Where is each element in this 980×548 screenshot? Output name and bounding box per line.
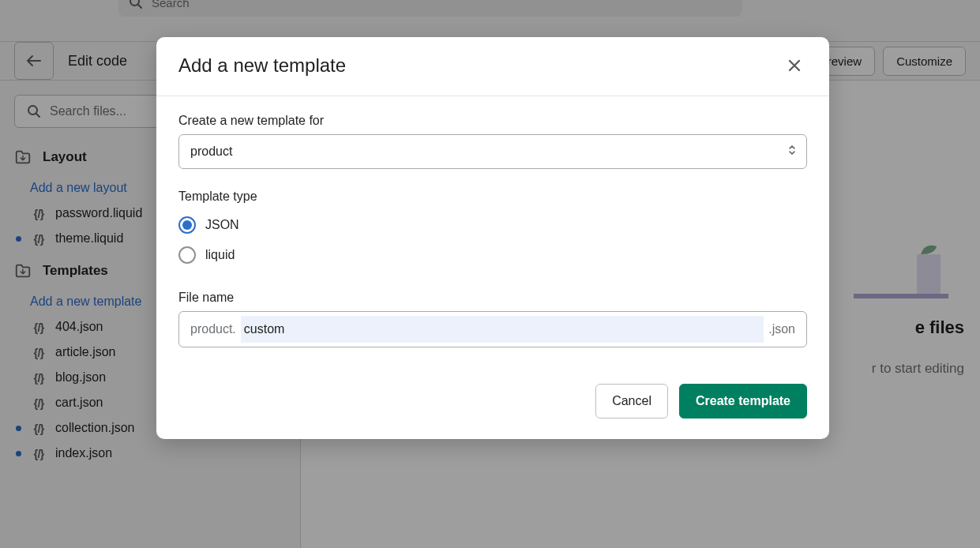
template-type-label: Template type	[178, 190, 807, 204]
radio-icon	[178, 246, 196, 264]
radio-json[interactable]: JSON	[178, 210, 807, 240]
filename-suffix: .json	[768, 322, 795, 336]
template-for-select[interactable]: product	[178, 134, 807, 169]
modal-header: Add a new template	[156, 37, 829, 96]
radio-icon	[178, 216, 196, 234]
select-caret-icon	[787, 144, 797, 160]
radio-label: liquid	[205, 248, 235, 262]
add-template-modal: Add a new template Create a new template…	[156, 37, 829, 439]
filename-prefix: product.	[190, 322, 236, 336]
modal-body: Create a new template for product Templa…	[156, 96, 829, 370]
close-icon	[787, 58, 802, 73]
template-for-label: Create a new template for	[178, 114, 807, 128]
radio-label: JSON	[205, 218, 239, 232]
modal-footer: Cancel Create template	[156, 370, 829, 439]
cancel-button[interactable]: Cancel	[595, 384, 668, 419]
create-template-button[interactable]: Create template	[679, 384, 807, 419]
template-for-value: product	[190, 145, 232, 159]
filename-field[interactable]: product. .json	[178, 311, 807, 347]
modal-title: Add a new template	[178, 54, 346, 77]
filename-label: File name	[178, 291, 807, 305]
filename-input[interactable]	[241, 316, 764, 343]
template-type-radio-group: JSON liquid	[178, 210, 807, 270]
close-button[interactable]	[782, 53, 807, 78]
radio-liquid[interactable]: liquid	[178, 240, 807, 270]
